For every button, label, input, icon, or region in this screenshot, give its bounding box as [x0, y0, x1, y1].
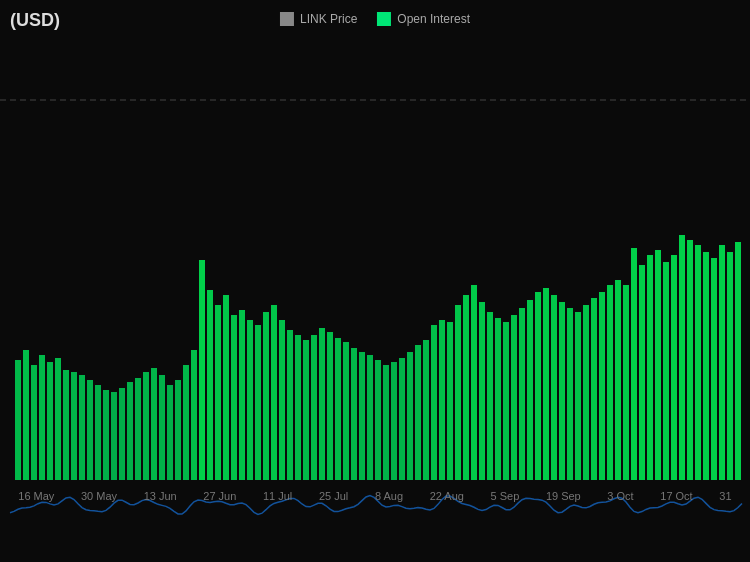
svg-rect-77 — [623, 285, 629, 480]
svg-rect-57 — [463, 295, 469, 480]
svg-rect-72 — [583, 305, 589, 480]
svg-rect-41 — [335, 338, 341, 480]
svg-rect-62 — [503, 322, 509, 480]
svg-rect-9 — [79, 375, 85, 480]
svg-rect-16 — [135, 378, 141, 480]
svg-rect-26 — [215, 305, 221, 480]
svg-rect-33 — [271, 305, 277, 480]
svg-rect-21 — [175, 380, 181, 480]
svg-rect-83 — [671, 255, 677, 480]
svg-rect-80 — [647, 255, 653, 480]
svg-rect-74 — [599, 292, 605, 480]
x-axis-label: 11 Jul — [263, 490, 292, 502]
svg-rect-31 — [255, 325, 261, 480]
svg-rect-45 — [367, 355, 373, 480]
svg-rect-19 — [159, 375, 165, 480]
x-axis-label: 17 Oct — [660, 490, 692, 502]
x-axis-label: 16 May — [18, 490, 54, 502]
svg-rect-61 — [495, 318, 501, 480]
svg-rect-30 — [247, 320, 253, 480]
svg-rect-8 — [71, 372, 77, 480]
svg-rect-47 — [383, 365, 389, 480]
svg-rect-90 — [727, 252, 733, 480]
svg-rect-66 — [535, 292, 541, 480]
svg-rect-75 — [607, 285, 613, 480]
x-axis-label: 25 Jul — [319, 490, 348, 502]
svg-rect-36 — [295, 335, 301, 480]
svg-rect-6 — [55, 358, 61, 480]
svg-rect-82 — [663, 262, 669, 480]
chart-container: (USD) LINK Price Open Interest 16 May30 … — [0, 0, 750, 562]
svg-rect-34 — [279, 320, 285, 480]
svg-rect-40 — [327, 332, 333, 480]
x-axis-label: 30 May — [81, 490, 117, 502]
svg-rect-76 — [615, 280, 621, 480]
svg-rect-68 — [551, 295, 557, 480]
svg-rect-20 — [167, 385, 173, 480]
svg-rect-69 — [559, 302, 565, 480]
x-axis-label: 19 Sep — [546, 490, 581, 502]
svg-rect-54 — [439, 320, 445, 480]
svg-rect-44 — [359, 352, 365, 480]
x-axis-labels: 16 May30 May13 Jun27 Jun11 Jul25 Jul8 Au… — [0, 490, 750, 502]
svg-rect-63 — [511, 315, 517, 480]
svg-rect-3 — [31, 365, 37, 480]
svg-rect-18 — [151, 368, 157, 480]
svg-rect-2 — [23, 350, 29, 480]
svg-rect-4 — [39, 355, 45, 480]
svg-rect-87 — [703, 252, 709, 480]
svg-rect-29 — [239, 310, 245, 480]
svg-rect-22 — [183, 365, 189, 480]
svg-rect-53 — [431, 325, 437, 480]
svg-rect-52 — [423, 340, 429, 480]
svg-rect-71 — [575, 312, 581, 480]
x-axis-label: 8 Aug — [375, 490, 403, 502]
svg-rect-58 — [471, 285, 477, 480]
svg-rect-25 — [207, 290, 213, 480]
svg-rect-51 — [415, 345, 421, 480]
svg-rect-81 — [655, 250, 661, 480]
svg-rect-48 — [391, 362, 397, 480]
svg-rect-56 — [455, 305, 461, 480]
svg-rect-32 — [263, 312, 269, 480]
svg-rect-13 — [111, 392, 117, 480]
svg-rect-55 — [447, 322, 453, 480]
svg-rect-88 — [711, 258, 717, 480]
svg-rect-43 — [351, 348, 357, 480]
svg-rect-46 — [375, 360, 381, 480]
svg-rect-17 — [143, 372, 149, 480]
svg-rect-86 — [695, 245, 701, 480]
svg-rect-10 — [87, 380, 93, 480]
svg-rect-70 — [567, 308, 573, 480]
svg-rect-59 — [479, 302, 485, 480]
svg-rect-38 — [311, 335, 317, 480]
x-axis-label: 13 Jun — [144, 490, 177, 502]
svg-rect-1 — [15, 360, 21, 480]
svg-rect-27 — [223, 295, 229, 480]
x-axis-label: 3 Oct — [607, 490, 633, 502]
main-chart-svg — [0, 0, 750, 562]
svg-rect-60 — [487, 312, 493, 480]
svg-rect-42 — [343, 342, 349, 480]
svg-rect-78 — [631, 248, 637, 480]
svg-rect-14 — [119, 388, 125, 480]
svg-rect-89 — [719, 245, 725, 480]
svg-rect-64 — [519, 308, 525, 480]
svg-rect-84 — [679, 235, 685, 480]
svg-rect-85 — [687, 240, 693, 480]
svg-rect-23 — [191, 350, 197, 480]
svg-rect-73 — [591, 298, 597, 480]
svg-rect-65 — [527, 300, 533, 480]
svg-rect-24 — [199, 260, 205, 480]
x-axis-label: 27 Jun — [203, 490, 236, 502]
svg-rect-7 — [63, 370, 69, 480]
x-axis-label: 22 Aug — [430, 490, 464, 502]
x-axis-label: 31 — [719, 490, 731, 502]
svg-rect-49 — [399, 358, 405, 480]
svg-rect-11 — [95, 385, 101, 480]
svg-rect-37 — [303, 340, 309, 480]
svg-rect-50 — [407, 352, 413, 480]
svg-rect-35 — [287, 330, 293, 480]
svg-rect-91 — [735, 242, 741, 480]
svg-rect-79 — [639, 265, 645, 480]
